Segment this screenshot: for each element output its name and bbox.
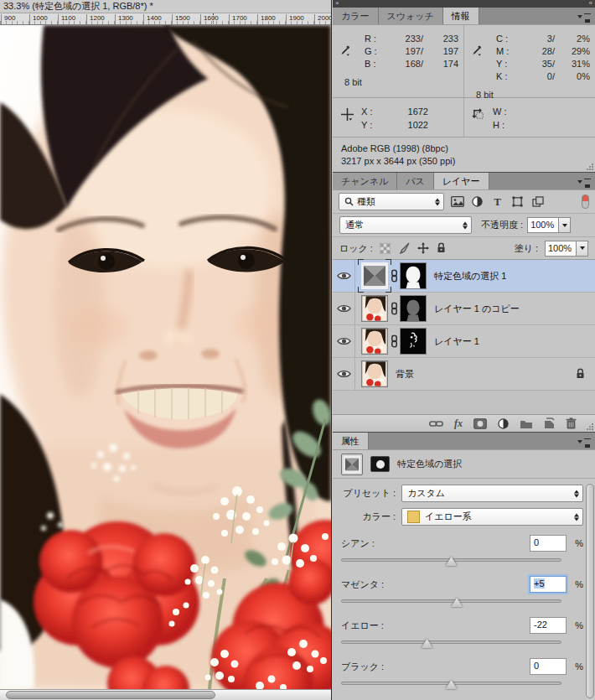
color-dropdown[interactable]: イエロー系 [401,508,583,526]
filter-shape-layers-icon[interactable] [510,195,525,209]
color-label: カラー : [341,511,401,523]
tab-swatches[interactable]: スウォッチ [379,8,443,24]
properties-scrollbar[interactable] [586,484,594,698]
cyan-value-field[interactable]: 0 [530,535,567,552]
eye-icon [337,336,351,346]
layers-tabbar: チャンネル パス レイヤー [333,173,595,190]
filter-type-layers-icon[interactable]: T [490,195,504,209]
yellow-slider[interactable] [341,636,561,649]
resize-grip[interactable] [586,163,593,170]
preset-label: プリセット : [341,487,401,500]
link-mask-icon[interactable] [391,334,398,348]
filter-pixel-layers-icon[interactable] [450,195,464,209]
eye-icon [337,271,351,281]
delete-layer-button[interactable] [566,417,577,429]
tab-channels[interactable]: チャンネル [333,173,397,189]
adjustment-icon-button[interactable] [341,454,363,475]
black-slider[interactable] [341,677,561,690]
panel-menu-icon[interactable] [577,177,591,186]
filter-smart-objects-icon[interactable] [530,195,545,209]
layer-mask-thumbnail[interactable] [400,328,427,355]
photo-canvas[interactable] [0,25,331,689]
eyedropper-icon[interactable] [333,45,358,56]
filter-toggle[interactable] [582,194,589,209]
resize-grip[interactable] [586,423,593,430]
layer-name[interactable]: レイヤー 1 のコピー [434,303,520,315]
info-readout: R :233/233 G :197/197 B :168/174 8 bit C… [333,25,595,97]
layer-name[interactable]: 背景 [396,368,414,381]
layer-row-background[interactable]: 背景 [333,358,595,391]
panel-menu-icon[interactable] [577,12,591,21]
yellow-value-field[interactable]: -22 [530,617,567,634]
blend-mode-dropdown[interactable]: 通常 [339,216,472,234]
new-adjustment-layer-button[interactable] [498,418,509,429]
search-icon [344,197,354,206]
ruler-tick: 1100 [58,14,75,25]
horizontal-scrollbar[interactable] [0,689,331,700]
filter-kind-dropdown[interactable]: 種類 [339,193,444,210]
fill-field[interactable]: 100% [545,241,588,257]
color-profile: Adobe RGB (1998) (8bpc) [341,143,595,155]
tab-properties[interactable]: 属性 [333,433,369,449]
magenta-slider[interactable] [341,595,561,608]
layer-thumbnail[interactable] [361,295,388,322]
new-layer-button[interactable] [544,417,555,429]
tab-info[interactable]: 情報 [443,8,479,24]
lock-position-move-icon[interactable] [417,242,429,254]
visibility-toggle[interactable] [333,293,355,324]
cyan-slider[interactable] [341,554,561,567]
cyan-slider-group: シアン : 0 % [333,535,595,567]
close-icon[interactable]: × [335,0,339,8]
new-group-button[interactable] [520,418,533,429]
link-mask-icon[interactable] [391,269,398,283]
magenta-slider-thumb[interactable] [451,598,463,607]
layer-mask-thumbnail[interactable] [400,262,427,289]
eyedropper-icon[interactable] [464,45,489,56]
layer-row-layer1[interactable]: レイヤー 1 [333,325,595,358]
opacity-field[interactable]: 100% [527,217,571,233]
ruler-tick: 1400 [143,14,162,25]
horizontal-ruler[interactable]: 900 1000 1100 1200 1300 1400 1500 1600 1… [0,13,331,25]
tab-color[interactable]: カラー [333,8,379,24]
fill-dropdown-button[interactable] [577,241,588,257]
tab-layers[interactable]: レイヤー [434,173,489,189]
visibility-toggle[interactable] [333,358,355,390]
panel-menu-icon[interactable] [577,437,591,446]
preset-dropdown[interactable]: カスタム [401,485,583,502]
black-slider-thumb[interactable] [446,680,458,689]
horizontal-scrollbar-thumb[interactable] [6,691,215,699]
mask-icon-button[interactable] [370,456,390,472]
lock-transparency-icon[interactable] [380,243,391,254]
magenta-value-field[interactable]: +5 [530,576,567,593]
layer-name[interactable]: 特定色域の選択 1 [434,270,506,283]
portrait-photo [0,25,331,689]
opacity-dropdown-button[interactable] [559,217,571,233]
collapse-panels-icon[interactable]: « [589,0,592,8]
black-value-field[interactable]: 0 [530,658,567,675]
layer-name[interactable]: レイヤー 1 [434,335,479,348]
magenta-label: マゼンタ : [341,578,530,591]
cyan-slider-thumb[interactable] [446,557,458,566]
cursor-y: 1022 [381,118,428,132]
visibility-toggle[interactable] [333,325,355,357]
link-layers-button[interactable] [429,420,443,428]
lock-pixels-brush-icon[interactable] [398,242,410,254]
cyan-label: シアン : [341,537,530,550]
link-mask-icon[interactable] [391,302,398,315]
adjustment-layer-thumbnail[interactable] [361,262,388,289]
layer-thumbnail[interactable] [361,328,388,355]
yellow-slider-thumb[interactable] [422,639,433,648]
layer-row-selective-color[interactable]: 特定色域の選択 1 [333,260,595,293]
ruler-tick: 2000 [314,14,331,25]
filter-adjustment-layers-icon[interactable] [470,195,484,209]
visibility-toggle[interactable] [333,260,355,292]
layer-style-button[interactable]: fx [454,417,463,430]
tab-paths[interactable]: パス [397,173,434,189]
eye-icon [337,303,351,314]
layer-row-copy[interactable]: レイヤー 1 のコピー [333,293,595,325]
layer-thumbnail[interactable] [361,360,388,387]
lock-all-icon[interactable] [437,242,446,254]
lock-label: ロック : [339,242,373,255]
layer-mask-thumbnail[interactable] [400,295,427,322]
add-mask-button[interactable] [473,418,487,429]
